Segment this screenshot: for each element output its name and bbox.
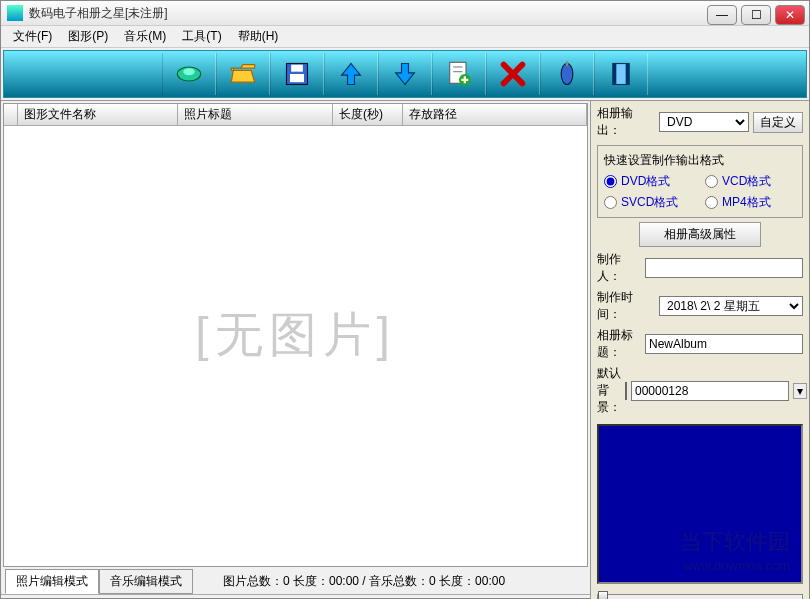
maximize-button[interactable]: ☐ [741, 5, 771, 25]
photo-table: 图形文件名称 照片标题 长度(秒) 存放路径 [无图片] [3, 103, 588, 567]
maketime-select[interactable]: 2018\ 2\ 2 星期五 [659, 296, 803, 316]
output-label: 相册输出： [597, 105, 655, 139]
menubar: 文件(F) 图形(P) 音乐(M) 工具(T) 帮助(H) [1, 26, 809, 48]
col-filename[interactable]: 图形文件名称 [18, 104, 178, 125]
dropdown-icon[interactable]: ▾ [793, 383, 807, 399]
svg-rect-13 [626, 64, 630, 85]
toolbar-save-button[interactable] [270, 53, 324, 95]
menu-music[interactable]: 音乐(M) [116, 26, 174, 47]
svg-rect-12 [613, 64, 617, 85]
toolbar-add-page-button[interactable] [432, 53, 486, 95]
window-title: 数码电子相册之星[未注册] [29, 5, 707, 22]
menu-graphic[interactable]: 图形(P) [60, 26, 116, 47]
radio-mp4[interactable]: MP4格式 [705, 194, 796, 211]
defaultbg-label: 默认背景： [597, 365, 621, 416]
toolbar-film-button[interactable] [594, 53, 648, 95]
albumtitle-label: 相册标题： [597, 327, 641, 361]
producer-label: 制作人： [597, 251, 641, 285]
toolbar-down-button[interactable] [378, 53, 432, 95]
toolbar-delete-button[interactable] [486, 53, 540, 95]
stats-label: 图片总数：0 长度：00:00 / 音乐总数：0 长度：00:00 [223, 573, 505, 590]
col-title[interactable]: 照片标题 [178, 104, 333, 125]
preview-area [597, 424, 803, 584]
toolbar [3, 50, 807, 98]
advanced-props-button[interactable]: 相册高级属性 [639, 222, 761, 247]
titlebar: 数码电子相册之星[未注册] — ☐ ✕ [1, 1, 809, 26]
tab-photo-edit[interactable]: 照片编辑模式 [5, 569, 99, 594]
svg-rect-10 [566, 61, 568, 66]
albumtitle-input[interactable] [645, 334, 803, 354]
progress-slider[interactable] [597, 594, 803, 599]
toolbar-up-button[interactable] [324, 53, 378, 95]
tab-music-edit[interactable]: 音乐编辑模式 [99, 569, 193, 594]
app-icon [7, 5, 23, 21]
col-path[interactable]: 存放路径 [403, 104, 587, 125]
bg-color-swatch[interactable] [625, 382, 627, 400]
menu-tools[interactable]: 工具(T) [174, 26, 229, 47]
toolbar-thread-button[interactable] [540, 53, 594, 95]
minimize-button[interactable]: — [707, 5, 737, 25]
col-length[interactable]: 长度(秒) [333, 104, 403, 125]
defaultbg-input[interactable] [631, 381, 789, 401]
toolbar-open-button[interactable] [216, 53, 270, 95]
svg-point-9 [561, 64, 573, 85]
format-group-title: 快速设置制作输出格式 [604, 152, 796, 169]
output-format-select[interactable]: DVD [659, 112, 749, 132]
svg-point-1 [183, 68, 195, 75]
custom-button[interactable]: 自定义 [753, 112, 803, 133]
empty-watermark: [无图片] [195, 303, 396, 367]
quick-format-group: 快速设置制作输出格式 DVD格式 VCD格式 SVCD格式 MP4格式 [597, 145, 803, 218]
toolbar-scan-button[interactable] [162, 53, 216, 95]
svg-rect-4 [291, 65, 303, 72]
radio-vcd[interactable]: VCD格式 [705, 173, 796, 190]
close-button[interactable]: ✕ [775, 5, 805, 25]
menu-help[interactable]: 帮助(H) [230, 26, 287, 47]
radio-dvd[interactable]: DVD格式 [604, 173, 695, 190]
producer-input[interactable] [645, 258, 803, 278]
maketime-label: 制作时间： [597, 289, 655, 323]
svg-rect-3 [290, 74, 304, 82]
menu-file[interactable]: 文件(F) [5, 26, 60, 47]
radio-svcd[interactable]: SVCD格式 [604, 194, 695, 211]
